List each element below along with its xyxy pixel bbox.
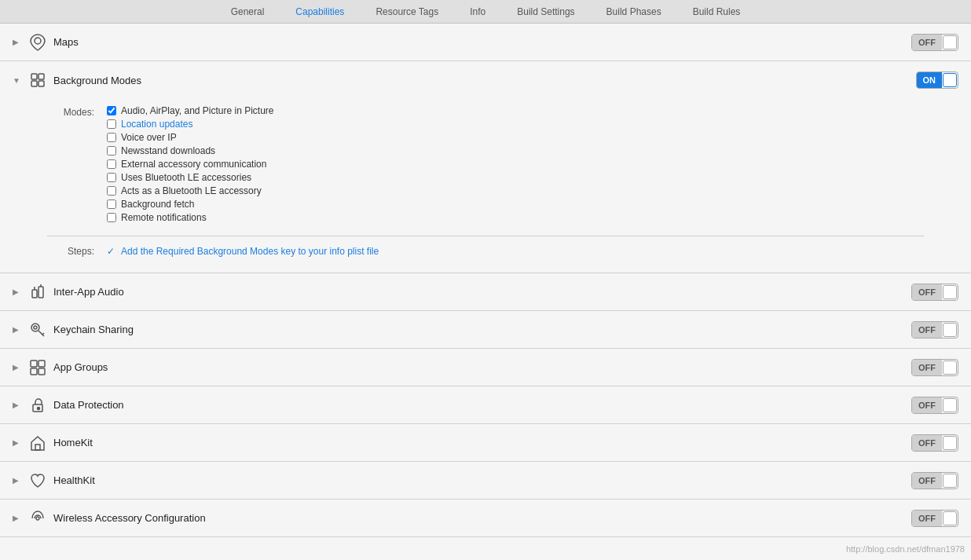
background-modes-toggle[interactable]: ON bbox=[916, 71, 959, 89]
modes-container: Modes: Audio, AirPlay, and Picture in Pi… bbox=[0, 99, 971, 229]
mode-location: Location updates bbox=[107, 119, 274, 130]
nav-general[interactable]: General bbox=[225, 3, 271, 20]
healthkit-toggle[interactable]: OFF bbox=[911, 472, 958, 489]
wireless-accessory-left: ▶ Wireless Accessory Configuration bbox=[13, 509, 206, 528]
mode-audio-label[interactable]: Audio, AirPlay, and Picture in Picture bbox=[121, 105, 274, 116]
inter-app-audio-title: Inter-App Audio bbox=[53, 286, 124, 298]
keychain-sharing-icon bbox=[28, 320, 47, 339]
svg-rect-16 bbox=[38, 368, 45, 375]
svg-rect-14 bbox=[38, 361, 45, 367]
keychain-sharing-chevron[interactable]: ▶ bbox=[13, 325, 22, 334]
app-groups-icon bbox=[28, 358, 47, 377]
background-modes-icon bbox=[28, 71, 47, 90]
healthkit-icon bbox=[28, 471, 47, 490]
inter-app-audio-toggle[interactable]: OFF bbox=[911, 284, 958, 301]
modes-label: Modes: bbox=[47, 105, 94, 223]
mode-audio-checkbox[interactable] bbox=[107, 106, 116, 115]
modes-list: Audio, AirPlay, and Picture in Picture L… bbox=[107, 105, 274, 223]
homekit-toggle-label: OFF bbox=[912, 435, 942, 451]
maps-title: Maps bbox=[53, 36, 79, 48]
background-modes-toggle-knob bbox=[943, 73, 957, 87]
top-nav: General Capabilities Resource Tags Info … bbox=[0, 0, 971, 24]
svg-point-18 bbox=[38, 407, 40, 409]
mode-background-fetch-checkbox[interactable] bbox=[107, 199, 116, 209]
homekit-toggle[interactable]: OFF bbox=[911, 434, 958, 452]
inter-app-audio-icon bbox=[28, 283, 47, 302]
keychain-sharing-left: ▶ Keychain Sharing bbox=[13, 320, 134, 339]
wireless-accessory-toggle-label: OFF bbox=[912, 511, 942, 526]
inter-app-audio-chevron[interactable]: ▶ bbox=[13, 287, 22, 296]
maps-left: ▶ Maps bbox=[13, 33, 79, 52]
background-modes-left: ▼ Background Modes bbox=[13, 71, 141, 90]
homekit-chevron[interactable]: ▶ bbox=[13, 438, 22, 447]
mode-location-checkbox[interactable] bbox=[107, 119, 116, 129]
mode-bluetooth-accessory: Acts as a Bluetooth LE accessory bbox=[107, 185, 274, 196]
healthkit-chevron[interactable]: ▶ bbox=[13, 476, 22, 485]
data-protection-toggle[interactable]: OFF bbox=[911, 397, 958, 414]
mode-location-label[interactable]: Location updates bbox=[121, 119, 192, 130]
svg-rect-13 bbox=[31, 361, 37, 367]
data-protection-toggle-knob bbox=[943, 398, 957, 412]
data-protection-chevron[interactable]: ▶ bbox=[13, 401, 22, 409]
wireless-accessory-section: ▶ Wireless Accessory Configuration OFF bbox=[0, 500, 971, 537]
mode-bluetooth-accessory-checkbox[interactable] bbox=[107, 186, 116, 196]
mode-newsstand-checkbox[interactable] bbox=[107, 146, 116, 156]
data-protection-left: ▶ Data Protection bbox=[13, 396, 124, 415]
wireless-accessory-toggle-knob bbox=[943, 511, 957, 525]
app-groups-section: ▶ App Groups OFF bbox=[0, 349, 971, 386]
step-text: Add the Required Background Modes key to… bbox=[121, 246, 379, 257]
wireless-accessory-chevron[interactable]: ▶ bbox=[13, 514, 22, 522]
mode-bluetooth-le-label[interactable]: Uses Bluetooth LE accessories bbox=[121, 172, 251, 183]
nav-info[interactable]: Info bbox=[464, 3, 492, 20]
keychain-sharing-toggle[interactable]: OFF bbox=[911, 321, 958, 339]
mode-external-accessory: External accessory communication bbox=[107, 159, 274, 170]
nav-capabilities[interactable]: Capabilities bbox=[289, 3, 350, 20]
svg-point-0 bbox=[35, 38, 41, 44]
wireless-accessory-toggle[interactable]: OFF bbox=[911, 510, 958, 527]
mode-bluetooth-accessory-label[interactable]: Acts as a Bluetooth LE accessory bbox=[121, 185, 262, 196]
app-groups-chevron[interactable]: ▶ bbox=[13, 363, 22, 372]
maps-toggle-off-label: OFF bbox=[912, 35, 942, 50]
nav-build-phases[interactable]: Build Phases bbox=[600, 3, 668, 20]
maps-icon bbox=[28, 33, 47, 52]
mode-voip: Voice over IP bbox=[107, 132, 274, 143]
keychain-sharing-toggle-knob bbox=[943, 323, 957, 337]
app-groups-toggle-knob bbox=[943, 361, 957, 375]
step-check-icon: ✓ bbox=[107, 246, 115, 257]
inter-app-audio-section: ▶ Inter-App Audio OFF bbox=[0, 273, 971, 311]
background-modes-section: ▼ Background Modes ON Modes: bbox=[0, 61, 971, 273]
svg-rect-4 bbox=[38, 81, 44, 86]
maps-toggle-knob bbox=[943, 35, 957, 49]
app-groups-toggle-label: OFF bbox=[912, 360, 942, 375]
nav-build-settings[interactable]: Build Settings bbox=[511, 3, 581, 20]
nav-build-rules[interactable]: Build Rules bbox=[687, 3, 747, 20]
maps-toggle[interactable]: OFF bbox=[911, 34, 958, 51]
steps-container: Steps: ✓ Add the Required Background Mod… bbox=[0, 243, 971, 260]
mode-bluetooth-le: Uses Bluetooth LE accessories bbox=[107, 172, 274, 183]
homekit-left: ▶ HomeKit bbox=[13, 434, 93, 452]
homekit-section: ▶ HomeKit OFF bbox=[0, 424, 971, 462]
svg-point-10 bbox=[34, 326, 37, 329]
keychain-sharing-title: Keychain Sharing bbox=[53, 324, 134, 335]
mode-bluetooth-le-checkbox[interactable] bbox=[107, 173, 116, 182]
mode-external-accessory-label[interactable]: External accessory communication bbox=[121, 159, 266, 170]
app-groups-toggle[interactable]: OFF bbox=[911, 359, 958, 376]
maps-chevron[interactable]: ▶ bbox=[13, 38, 22, 46]
mode-voip-label[interactable]: Voice over IP bbox=[121, 132, 177, 143]
app-groups-title: App Groups bbox=[53, 361, 108, 373]
nav-resource-tags[interactable]: Resource Tags bbox=[369, 3, 445, 20]
keychain-sharing-section: ▶ Keychain Sharing OFF bbox=[0, 311, 971, 349]
mode-external-accessory-checkbox[interactable] bbox=[107, 159, 116, 169]
healthkit-toggle-label: OFF bbox=[912, 473, 942, 489]
mode-remote-notifications: Remote notifications bbox=[107, 212, 274, 223]
mode-background-fetch-label[interactable]: Background fetch bbox=[121, 199, 194, 210]
data-protection-section: ▶ Data Protection OFF bbox=[0, 386, 971, 424]
steps-label: Steps: bbox=[47, 246, 94, 257]
healthkit-toggle-knob bbox=[943, 474, 957, 488]
mode-remote-notifications-checkbox[interactable] bbox=[107, 213, 116, 222]
background-modes-chevron[interactable]: ▼ bbox=[13, 76, 22, 85]
svg-rect-19 bbox=[35, 445, 40, 450]
mode-newsstand-label[interactable]: Newsstand downloads bbox=[121, 145, 215, 156]
mode-remote-notifications-label[interactable]: Remote notifications bbox=[121, 212, 207, 223]
mode-voip-checkbox[interactable] bbox=[107, 133, 116, 142]
